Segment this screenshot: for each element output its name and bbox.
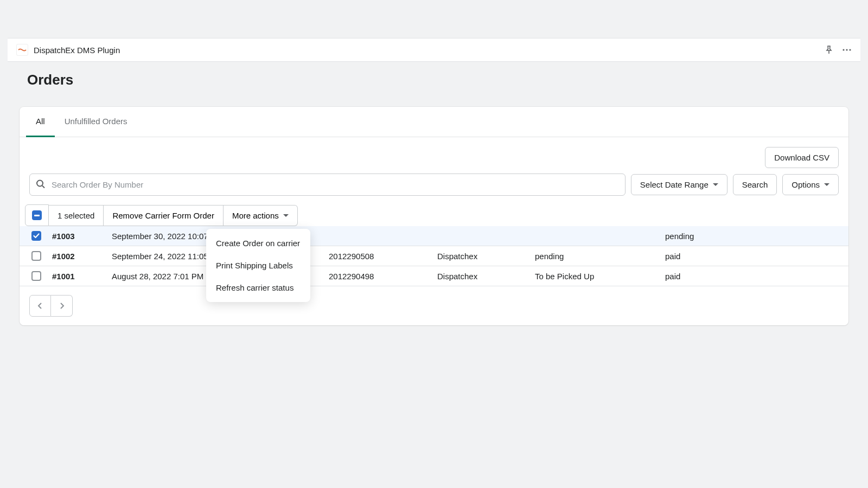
more-actions-label: More actions <box>232 211 279 220</box>
svg-point-0 <box>843 49 844 50</box>
order-number: #1002 <box>52 252 112 261</box>
app-title: DispatchEx DMS Plugin <box>34 46 825 55</box>
app-bar: DispatchEx DMS Plugin <box>8 38 860 62</box>
more-icon[interactable] <box>842 46 852 54</box>
menu-create-order-on-carrier[interactable]: Create Order on carrier <box>206 232 310 254</box>
order-payment: pending <box>665 232 843 241</box>
order-fulfillment: pending <box>535 252 665 261</box>
search-button[interactable]: Search <box>733 174 777 195</box>
row-checkbox[interactable] <box>31 271 41 281</box>
bulk-select-checkbox[interactable] <box>25 204 49 226</box>
order-payment: paid <box>665 252 843 261</box>
order-number: #1001 <box>52 272 112 281</box>
more-actions-menu: Create Order on carrier Print Shipping L… <box>206 229 310 302</box>
svg-point-3 <box>37 180 43 186</box>
svg-line-4 <box>42 185 44 188</box>
order-tracking: 2012290498 <box>329 272 437 281</box>
order-carrier: Dispatchex <box>437 272 535 281</box>
search-input[interactable] <box>29 174 626 196</box>
tab-all[interactable]: All <box>26 107 55 137</box>
bulk-selected-count: 1 selected <box>49 205 104 226</box>
app-logo <box>16 44 28 56</box>
select-date-range-button[interactable]: Select Date Range <box>631 174 727 195</box>
prev-page-button[interactable] <box>29 295 51 317</box>
options-label: Options <box>792 180 820 189</box>
caret-down-icon <box>824 183 829 186</box>
select-date-range-label: Select Date Range <box>640 180 709 189</box>
orders-table: #1003 September 30, 2022 10:07 AM pendin… <box>20 226 848 286</box>
remove-carrier-button[interactable]: Remove Carrier Form Order <box>104 205 224 226</box>
pagination <box>20 286 848 325</box>
svg-point-2 <box>849 49 851 50</box>
bulk-action-bar: 1 selected Remove Carrier Form Order Mor… <box>25 204 843 226</box>
order-carrier: Dispatchex <box>437 252 535 261</box>
table-row[interactable]: #1001 August 28, 2022 7:01 PM 2012290498… <box>20 266 848 286</box>
svg-point-1 <box>846 49 847 50</box>
table-row[interactable]: #1003 September 30, 2022 10:07 AM pendin… <box>20 226 848 246</box>
checkbox-indeterminate-icon <box>32 210 42 220</box>
next-page-button[interactable] <box>51 295 73 317</box>
page-title: Orders <box>27 72 841 88</box>
row-checkbox[interactable] <box>31 231 41 241</box>
tabs: All Unfulfilled Orders <box>20 107 848 137</box>
caret-down-icon <box>283 214 289 217</box>
search-icon <box>36 179 46 190</box>
table-row[interactable]: #1002 September 24, 2022 11:05 AM 201229… <box>20 246 848 266</box>
pin-icon[interactable] <box>825 46 833 54</box>
caret-down-icon <box>713 183 718 186</box>
order-fulfillment: To be Picked Up <box>535 272 665 281</box>
download-csv-button[interactable]: Download CSV <box>765 147 839 168</box>
order-payment: paid <box>665 272 843 281</box>
tab-unfulfilled[interactable]: Unfulfilled Orders <box>55 107 137 137</box>
more-actions-button[interactable]: More actions <box>224 205 298 226</box>
menu-print-shipping-labels[interactable]: Print Shipping Labels <box>206 254 310 277</box>
row-checkbox[interactable] <box>31 251 41 261</box>
options-button[interactable]: Options <box>782 174 839 195</box>
order-tracking: 2012290508 <box>329 252 437 261</box>
order-number: #1003 <box>52 232 112 241</box>
orders-card: All Unfulfilled Orders Download CSV Sele… <box>20 107 848 325</box>
menu-refresh-carrier-status[interactable]: Refresh carrier status <box>206 277 310 299</box>
